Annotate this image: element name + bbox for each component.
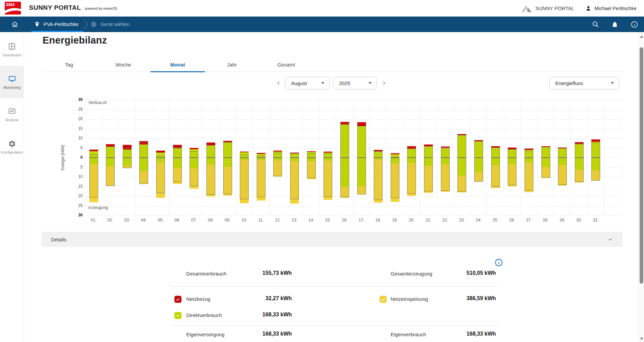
bar-outline-up <box>190 151 198 158</box>
bar-day-08.-netzbezug[interactable] <box>206 142 215 145</box>
bar-day-12.-netzbezug[interactable] <box>273 151 282 152</box>
person-icon <box>585 5 592 12</box>
bar-day-05.-netzbezug[interactable] <box>156 151 165 153</box>
bar-outline-down <box>591 158 600 181</box>
gridline <box>420 100 420 215</box>
x-tick-label: 12. <box>270 218 285 222</box>
notifications-button[interactable] <box>611 21 618 28</box>
total-consumption-value: 155,73 kWh <box>224 270 292 276</box>
bar-outline-down <box>273 158 282 176</box>
netzbezug-checkbox[interactable] <box>174 296 181 303</box>
info-icon <box>495 258 503 267</box>
tab-gesamt[interactable]: Gesamt <box>259 57 313 72</box>
portal-switcher[interactable]: SUNNY PORTAL <box>521 4 574 13</box>
view-select[interactable]: Energiefluss <box>549 77 619 89</box>
info-button[interactable] <box>631 21 638 28</box>
x-tick-label: 23. <box>454 218 469 222</box>
gridline <box>85 206 623 206</box>
bar-outline-up <box>441 148 450 158</box>
summary-divider <box>171 325 498 326</box>
details-label: Details <box>51 237 66 242</box>
year-select-value: 2025 <box>339 80 350 86</box>
sidebar-item-analyse[interactable]: Analyse <box>0 98 24 131</box>
bar-day-27.-netzbezug[interactable] <box>525 149 533 150</box>
bar-day-15.-netzbezug[interactable] <box>324 152 332 153</box>
bar-day-31.-netzbezug[interactable] <box>591 139 600 141</box>
direktverbrauch-value: 168,33 kWh <box>224 312 292 318</box>
bar-outline-down <box>374 158 383 200</box>
gridline <box>453 100 454 215</box>
user-menu[interactable]: Michael Perlitschke <box>585 5 637 12</box>
bar-day-19.-netzbezug[interactable] <box>391 153 399 154</box>
y-tick-label: 25 <box>69 107 83 112</box>
bar-day-14.-netzbezug[interactable] <box>307 151 316 152</box>
tab-woche[interactable]: Woche <box>96 57 150 72</box>
x-tick-label: 15. <box>320 218 335 222</box>
dashboard-icon <box>8 42 16 51</box>
breadcrumb-plant[interactable]: PVA-Perlitschke <box>31 17 83 32</box>
bar-outline-down <box>324 158 332 197</box>
tab-tag[interactable]: Tag <box>42 57 96 72</box>
brand-title: SUNNY PORTAL <box>29 4 81 11</box>
search-button[interactable] <box>592 21 599 28</box>
y-tick-label: 30 <box>69 213 83 217</box>
x-tick-label: 26. <box>505 218 520 222</box>
gridline <box>269 100 270 215</box>
x-tick-label: 04. <box>136 218 151 222</box>
next-period-button[interactable] <box>379 78 389 88</box>
bar-outline-down <box>391 158 399 198</box>
y-tick-label: 15 <box>69 126 83 131</box>
bar-day-11.-netzbezug[interactable] <box>257 153 265 154</box>
brand-suffix: powered by ennexOS <box>85 7 117 10</box>
bar-day-07.-netzbezug[interactable] <box>190 148 198 149</box>
details-expander[interactable]: Details <box>42 232 622 247</box>
vertical-scrollbar[interactable] <box>638 32 644 342</box>
scrollbar-thumb[interactable] <box>640 47 643 284</box>
view-select-value: Energiefluss <box>555 80 583 86</box>
user-name: Michael Perlitschke <box>594 6 637 11</box>
breadcrumb-device-select[interactable]: Gerät wählen <box>90 17 130 32</box>
gridline <box>236 100 236 215</box>
tab-jahr[interactable]: Jahr <box>205 57 259 72</box>
x-tick-label: 06. <box>170 218 185 222</box>
summary-legend-row-2: Direktverbrauch 168,33 kWh <box>0 311 644 321</box>
sidebar-item-konfiguration[interactable]: Konfiguration <box>0 131 24 163</box>
sidebar-item-monitoring[interactable]: Monitoring <box>0 66 24 98</box>
bar-day-10.-netzbezug[interactable] <box>240 152 249 152</box>
bar-outline-down <box>474 158 483 182</box>
bar-outline-up <box>558 148 567 158</box>
scrollbar-down-arrow[interactable] <box>640 338 643 340</box>
bar-outline-up <box>508 149 516 158</box>
gridline <box>537 100 537 215</box>
x-tick-label: 29. <box>555 218 570 222</box>
x-tick-label: 08. <box>203 218 218 222</box>
y-tick-label: 5 <box>69 165 83 169</box>
bar-outline-up <box>457 135 466 158</box>
year-select[interactable]: 2025 <box>333 77 377 89</box>
bar-outline-down <box>558 158 567 185</box>
bar-day-17.-netzbezug[interactable] <box>357 122 366 126</box>
x-tick-label: 25. <box>488 218 503 222</box>
summary-info-button[interactable] <box>495 258 503 268</box>
tab-monat[interactable]: Monat <box>150 57 205 72</box>
gridline <box>353 100 353 215</box>
bar-outline-down <box>240 158 249 199</box>
netzeinspeisung-checkbox[interactable] <box>380 296 387 303</box>
gridline <box>85 187 623 187</box>
total-consumption-label: Gesamtverbrauch <box>186 271 226 277</box>
line-chart-icon <box>8 107 16 115</box>
home-button[interactable] <box>6 17 24 32</box>
sma-logo: SMA <box>5 2 21 15</box>
gridline <box>85 100 85 215</box>
previous-period-button[interactable] <box>274 78 283 88</box>
sidebar-item-dashboard[interactable]: Dashboard <box>0 33 24 66</box>
bar-outline-up <box>424 146 433 158</box>
month-select[interactable]: August <box>285 77 330 89</box>
bar-outline-up <box>173 147 182 158</box>
x-tick-label: 03. <box>120 218 135 222</box>
scrollbar-up-arrow[interactable] <box>640 35 643 38</box>
direktverbrauch-checkbox[interactable] <box>174 312 181 319</box>
bar-day-01.-netzbezug[interactable] <box>89 150 98 151</box>
sidebar-item-label: Analyse <box>5 118 19 122</box>
y-tick-label: 20 <box>69 193 83 198</box>
